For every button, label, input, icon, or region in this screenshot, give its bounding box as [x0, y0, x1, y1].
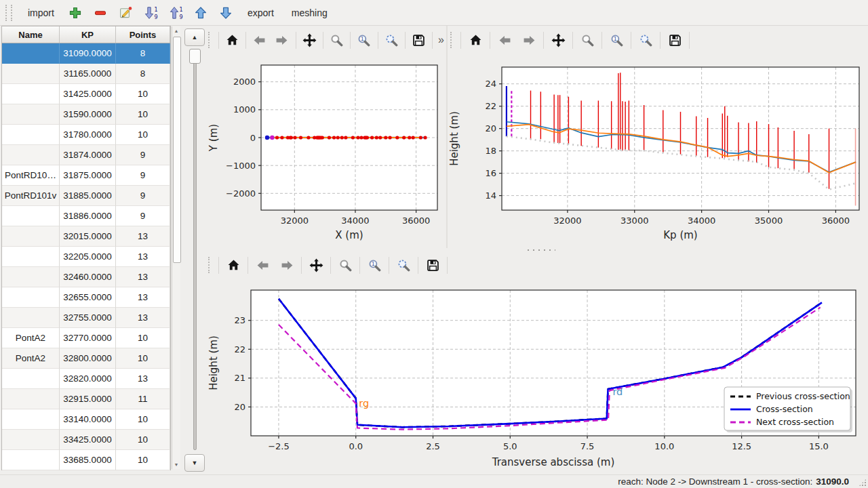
table-row[interactable]: 32915.000011 [2, 389, 170, 409]
section-home-button[interactable] [223, 255, 243, 275]
app-window: import1919exportmeshing NameKPPoints 310… [0, 0, 868, 488]
cell-points: 10 [116, 348, 170, 369]
cell-points: 13 [116, 287, 170, 308]
table-row[interactable]: 31425.000010 [2, 84, 170, 104]
profile-zoom-original-button[interactable]: 1 [606, 30, 627, 50]
section-back-button[interactable] [252, 255, 273, 275]
move-down-button[interactable] [215, 2, 237, 24]
sort-asc-icon: 19 [168, 6, 183, 20]
table-row[interactable]: 32655.000013 [2, 287, 170, 308]
column-header-points[interactable]: Points [116, 26, 170, 43]
meshing-button[interactable]: meshing [284, 3, 335, 22]
x-tick-label: 7.5 [580, 441, 595, 451]
table-row[interactable]: 32460.000013 [2, 267, 170, 287]
edit-cross-section-button[interactable] [115, 2, 137, 24]
profile-zoom-button[interactable] [577, 30, 597, 50]
column-header-kp[interactable]: KP [60, 26, 116, 43]
profile-home-button[interactable] [465, 30, 486, 50]
toolbar-separator [389, 257, 389, 274]
export-button[interactable]: export [240, 3, 281, 22]
cross-section-slider-thumb[interactable] [189, 49, 201, 64]
plan-zoom-original-button[interactable]: 1 [355, 30, 373, 50]
remove-cross-section-button[interactable] [90, 2, 112, 24]
move-up-button[interactable] [190, 2, 212, 24]
plan-toolbar: 1» [207, 27, 444, 53]
profile-pan-button[interactable] [548, 30, 568, 50]
plan-zoom-region-button[interactable] [382, 30, 400, 50]
table-row[interactable]: 31886.00009 [2, 206, 170, 226]
table-row[interactable]: 33425.000010 [2, 430, 170, 450]
cell-kp: 31886.0000 [60, 206, 116, 226]
previous-cross-section-button[interactable]: ▲ [184, 28, 205, 46]
cross-section-slider-track[interactable] [193, 50, 197, 450]
cell-kp: 32755.0000 [60, 308, 116, 328]
table-scrollbar[interactable]: ▲ ▼ [172, 26, 180, 469]
profile-zoom-region-button[interactable] [635, 30, 656, 50]
x-tick-label: 10.0 [654, 441, 674, 451]
x-tick-label: −2.5 [268, 441, 290, 451]
table-row[interactable]: PontRD101v31885.00009 [2, 186, 170, 206]
profile-save-figure-button[interactable] [665, 30, 685, 50]
section-zoom-original-button[interactable]: 1 [364, 255, 384, 275]
section-save-figure-button[interactable] [422, 255, 443, 275]
plan-pan-button[interactable] [300, 30, 319, 50]
sort-ascending-button[interactable]: 19 [165, 2, 187, 24]
toolbar-overflow-button[interactable]: » [438, 34, 444, 46]
x-axis-label: X (m) [335, 229, 363, 241]
section-zoom-region-button[interactable] [393, 255, 414, 275]
add-cross-section-button[interactable] [64, 2, 87, 24]
plan-forward-button[interactable] [273, 30, 291, 50]
section-pan-button[interactable] [306, 255, 326, 275]
table-row[interactable]: PontA232770.000010 [2, 328, 170, 348]
table-row[interactable]: 32755.000013 [2, 308, 170, 328]
cell-name [2, 389, 60, 409]
table-row[interactable]: 31780.000010 [2, 125, 170, 145]
y-axis-label: Y (m) [208, 124, 220, 152]
scroll-down-arrow-icon[interactable]: ▼ [172, 460, 180, 469]
import-button[interactable]: import [20, 3, 62, 22]
table-row[interactable]: 32820.000013 [2, 369, 170, 389]
cross-section-plot[interactable]: −2.50.02.55.07.510.012.515.020212223rgrd… [207, 278, 868, 474]
plan-zoom-button[interactable] [328, 30, 346, 50]
y-tick-label: 0 [250, 133, 256, 143]
plan-home-button[interactable] [223, 30, 241, 50]
pan-icon [551, 33, 566, 47]
table-row[interactable]: 31874.00009 [2, 145, 170, 165]
cell-name [2, 64, 60, 84]
zoom-icon [581, 34, 594, 47]
next-cross-section-button[interactable]: ▼ [184, 454, 205, 472]
table-row[interactable]: 33685.000010 [2, 450, 170, 470]
toolbar-separator [405, 32, 406, 49]
table-row[interactable]: PontRD10…31875.00009 [2, 165, 170, 186]
table-row[interactable]: PontA232800.000010 [2, 348, 170, 369]
table-row[interactable]: 33140.000010 [2, 409, 170, 430]
cell-points: 13 [116, 267, 170, 287]
sort-descending-button[interactable]: 19 [140, 2, 162, 24]
status-bar: reach: Node 2 -> Downstream 1 - cross-se… [0, 474, 868, 488]
scroll-up-arrow-icon[interactable]: ▲ [172, 26, 180, 35]
table-scrollbar-thumb[interactable] [173, 37, 181, 263]
legend-label: Previous cross-section [756, 391, 850, 401]
table-row[interactable]: 31090.00008 [2, 43, 170, 64]
forward-icon [523, 34, 536, 47]
plan-save-figure-button[interactable] [410, 30, 428, 50]
plan-view-plot[interactable]: 320003400036000−2000−1000010002000X (m)Y… [207, 53, 446, 247]
section-zoom-button[interactable] [335, 255, 355, 275]
toolbar-separator [301, 257, 302, 274]
cell-kp: 31165.0000 [60, 64, 116, 84]
cell-name [2, 450, 60, 470]
profile-forward-button[interactable] [519, 30, 539, 50]
table-row[interactable]: 31165.00008 [2, 64, 170, 84]
longitudinal-profile-plot[interactable]: 3200033000340003500036000141618202224Kp … [448, 53, 867, 247]
table-row[interactable]: 32015.000013 [2, 226, 170, 247]
column-header-name[interactable]: Name [2, 26, 60, 43]
zoom-icon [330, 34, 343, 47]
plan-back-button[interactable] [250, 30, 269, 50]
section-forward-button[interactable] [277, 255, 297, 275]
table-row[interactable]: 32205.000013 [2, 247, 170, 267]
table-row[interactable]: 31590.000010 [2, 104, 170, 125]
cell-kp: 32655.0000 [60, 287, 116, 308]
toolbar-separator [378, 32, 378, 49]
profile-back-button[interactable] [494, 30, 515, 50]
y-tick-label: 21 [234, 373, 245, 383]
